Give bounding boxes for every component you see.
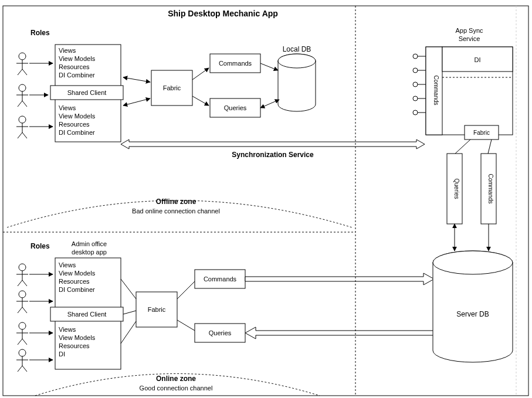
app-sync-title-1: App Sync [455, 27, 483, 34]
online-zone-title: Online zone [156, 375, 196, 383]
server-db-label: Server DB [456, 310, 489, 318]
label: Resources [59, 278, 90, 285]
svg-point-39 [413, 54, 418, 59]
app-sync-commands-label: Commands [433, 75, 439, 105]
label: Views [59, 47, 76, 54]
offline-zone-sub: Bad online connection channel [132, 207, 220, 215]
svg-point-38 [433, 251, 513, 274]
label: Views [59, 261, 76, 268]
sync-label: Synchronization Service [232, 151, 314, 159]
label: Shared Client [67, 311, 107, 318]
label: Fabric [148, 306, 166, 313]
svg-point-43 [413, 82, 418, 87]
label: DI Combiner [59, 286, 95, 293]
online-roles-label: Roles [31, 242, 50, 250]
svg-point-16 [278, 54, 316, 68]
label: View Models [59, 334, 96, 341]
diagram-title: Ship Desktop Mechanic App [168, 9, 278, 18]
app-sync-title-2: Service [459, 35, 480, 42]
label: Queries [224, 104, 247, 111]
server-db [433, 251, 513, 362]
label: Commands [487, 174, 494, 203]
label: DI [59, 351, 65, 358]
label: Fabric [163, 84, 181, 91]
label: Resources [59, 63, 90, 70]
online-app-title-2: desktop app [72, 249, 107, 256]
svg-point-45 [413, 96, 418, 101]
online-zone-sub: Good connection channel [140, 385, 213, 392]
label: View Models [59, 113, 96, 120]
label: DI Combiner [59, 129, 95, 136]
label: Queries [453, 178, 460, 199]
label: Shared Client [67, 89, 107, 96]
label: Fabric [473, 130, 490, 136]
svg-point-41 [413, 68, 418, 73]
label: Queries [209, 329, 232, 336]
label: Commands [204, 275, 237, 283]
local-db-label: Local DB [283, 45, 311, 53]
offline-roles-label: Roles [31, 29, 50, 37]
label: DI [475, 56, 481, 63]
local-db [278, 54, 316, 111]
online-app-title-1: Admin office [72, 240, 107, 247]
offline-zone-title: Offline zone [156, 198, 196, 206]
label: Views [59, 326, 76, 333]
label: Resources [59, 121, 90, 128]
label: View Models [59, 55, 96, 62]
label: DI Combiner [59, 72, 95, 79]
diagram-canvas: Ship Desktop Mechanic App Roles Views Vi… [0, 0, 532, 398]
label: Commands [219, 60, 252, 67]
svg-point-47 [413, 110, 418, 115]
label: View Models [59, 270, 96, 277]
label: Views [59, 104, 76, 111]
label: Resources [59, 342, 90, 349]
